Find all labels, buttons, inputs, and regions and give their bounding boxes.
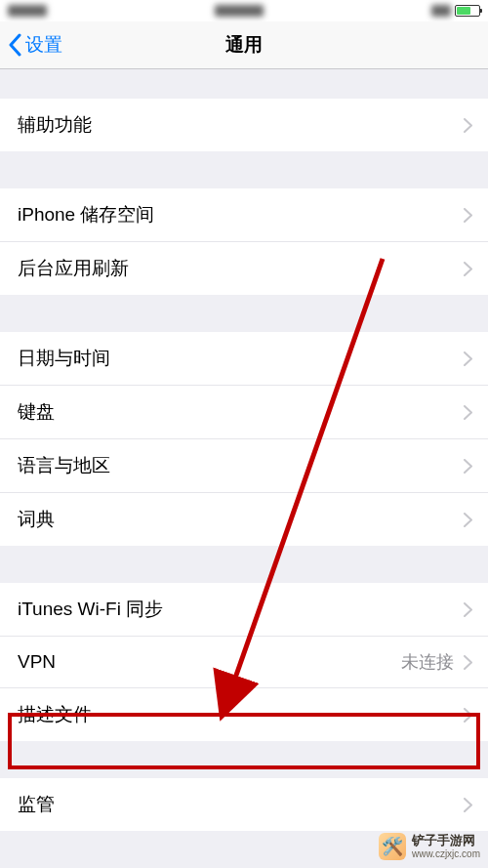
- row-label: 后台应用刷新: [18, 256, 129, 281]
- settings-section: iTunes Wi-Fi 同步VPN未连接描述文件: [0, 583, 488, 741]
- watermark: 🛠️ 铲子手游网 www.czjxjc.com: [379, 833, 480, 860]
- settings-row-描述文件[interactable]: 描述文件: [0, 688, 488, 741]
- row-right: [464, 513, 472, 527]
- back-button[interactable]: 设置: [0, 32, 62, 58]
- watermark-url: www.czjxjc.com: [412, 848, 480, 859]
- row-right: [464, 708, 472, 723]
- row-label: iTunes Wi-Fi 同步: [18, 597, 163, 622]
- section-gap: [0, 741, 488, 778]
- status-left: [8, 5, 47, 17]
- settings-row-日期与时间[interactable]: 日期与时间: [0, 332, 488, 386]
- chevron-right-icon: [464, 798, 472, 812]
- chevron-left-icon: [8, 33, 21, 57]
- row-right: [464, 208, 472, 223]
- chevron-right-icon: [464, 118, 472, 133]
- status-right: [431, 5, 480, 17]
- chevron-right-icon: [464, 513, 472, 527]
- settings-row-itunes-wi-fi-同步[interactable]: iTunes Wi-Fi 同步: [0, 583, 488, 637]
- chevron-right-icon: [464, 262, 472, 276]
- row-label: 监管: [18, 792, 55, 817]
- settings-section: 日期与时间键盘语言与地区词典: [0, 332, 488, 546]
- row-label: 日期与时间: [18, 346, 110, 371]
- chevron-right-icon: [464, 351, 472, 366]
- settings-row-语言与地区[interactable]: 语言与地区: [0, 439, 488, 493]
- page-title: 通用: [225, 32, 263, 58]
- section-gap: [0, 69, 488, 99]
- chevron-right-icon: [464, 655, 472, 670]
- nav-bar: 设置 通用: [0, 21, 488, 69]
- section-gap: [0, 295, 488, 332]
- row-label: iPhone 储存空间: [18, 202, 154, 227]
- battery-icon: [455, 5, 480, 17]
- settings-row-vpn[interactable]: VPN未连接: [0, 637, 488, 688]
- row-right: [464, 602, 472, 617]
- chevron-right-icon: [464, 208, 472, 223]
- chevron-right-icon: [464, 459, 472, 474]
- status-center: [215, 5, 264, 17]
- row-detail: 未连接: [401, 650, 454, 674]
- row-right: [464, 118, 472, 133]
- settings-section: 辅助功能: [0, 99, 488, 151]
- section-gap: [0, 546, 488, 583]
- watermark-logo-icon: 🛠️: [379, 833, 406, 860]
- row-right: [464, 459, 472, 474]
- back-label: 设置: [25, 32, 62, 58]
- settings-row-键盘[interactable]: 键盘: [0, 386, 488, 439]
- settings-row-词典[interactable]: 词典: [0, 493, 488, 546]
- section-gap: [0, 151, 488, 188]
- row-right: [464, 262, 472, 276]
- row-label: 词典: [18, 507, 55, 532]
- row-right: [464, 405, 472, 420]
- row-label: 辅助功能: [18, 112, 92, 138]
- status-bar: [0, 0, 488, 21]
- settings-section: 监管: [0, 778, 488, 831]
- chevron-right-icon: [464, 405, 472, 420]
- row-label: VPN: [18, 651, 56, 673]
- row-right: 未连接: [401, 650, 472, 674]
- settings-row-后台应用刷新[interactable]: 后台应用刷新: [0, 242, 488, 295]
- row-right: [464, 351, 472, 366]
- chevron-right-icon: [464, 602, 472, 617]
- chevron-right-icon: [464, 708, 472, 723]
- settings-row-iphone-储存空间[interactable]: iPhone 储存空间: [0, 188, 488, 242]
- row-right: [464, 798, 472, 812]
- settings-section: iPhone 储存空间后台应用刷新: [0, 188, 488, 295]
- settings-row-辅助功能[interactable]: 辅助功能: [0, 99, 488, 151]
- settings-row-监管[interactable]: 监管: [0, 778, 488, 831]
- row-label: 描述文件: [18, 702, 92, 727]
- row-label: 语言与地区: [18, 453, 110, 478]
- row-label: 键盘: [18, 399, 55, 425]
- watermark-name: 铲子手游网: [412, 834, 480, 847]
